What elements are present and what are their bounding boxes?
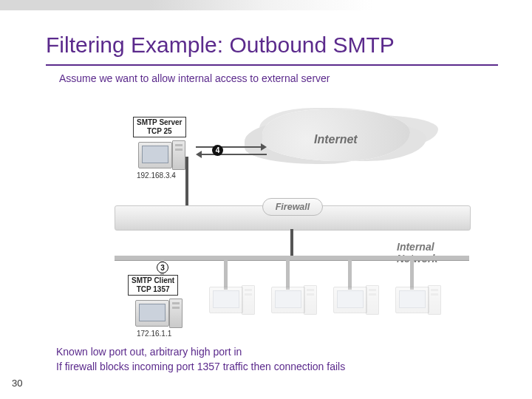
- ghost-pc-4-icon: [333, 287, 367, 313]
- server-label-line1: SMTP Server: [137, 118, 183, 127]
- title-underline: [46, 64, 498, 66]
- slide-title: Filtering Example: Outbound SMTP: [46, 33, 395, 58]
- client-monitor-icon: [135, 300, 169, 327]
- ghost-pc-2-icon: [209, 287, 243, 313]
- footer-line-1: Known low port out, arbitrary high port …: [56, 346, 242, 358]
- server-to-firewall-line: [185, 157, 188, 205]
- slide-subtitle: Assume we want to allow internal access …: [59, 72, 330, 84]
- arrow-head-left-icon: [196, 151, 202, 158]
- client-label-box: SMTP Client TCP 1357: [128, 275, 178, 296]
- client-ip: 172.16.1.1: [137, 330, 171, 338]
- firewall-label: Firewall: [262, 198, 323, 216]
- ghost-tower-2-icon: [242, 285, 255, 315]
- server-label-box: SMTP Server TCP 25: [133, 117, 186, 137]
- arrow-server-to-cloud: [196, 146, 261, 148]
- drop-2: [224, 260, 228, 290]
- server-monitor-icon: [138, 142, 172, 168]
- arrow-cloud-to-server: [202, 154, 267, 155]
- ghost-tower-4-icon: [366, 285, 379, 315]
- marker-client: 3: [157, 262, 168, 273]
- page-number: 30: [12, 378, 22, 389]
- internal-network-label: Internal Network: [397, 241, 469, 265]
- client-label-line2: TCP 1357: [132, 285, 174, 294]
- arrow-head-right-icon: [261, 143, 267, 151]
- ghost-pc-3-icon: [271, 287, 305, 313]
- server-ip: 192.168.3.4: [137, 171, 176, 180]
- server-tower-icon: [172, 140, 185, 170]
- client-label-line1: SMTP Client: [132, 276, 174, 285]
- ghost-tower-3-icon: [304, 285, 317, 315]
- ghost-pc-5-icon: [395, 287, 429, 313]
- firewall-to-net-line: [290, 229, 293, 256]
- drop-3: [286, 260, 290, 290]
- marker-server: 4: [212, 145, 223, 156]
- network-diagram: Internet 4 SMTP Server TCP 25 192.168.3.…: [115, 103, 469, 310]
- internet-label: Internet: [314, 133, 358, 146]
- ghost-tower-5-icon: [428, 285, 441, 315]
- drop-4: [348, 260, 352, 290]
- drop-5: [410, 260, 414, 290]
- slide-top-bar: [0, 0, 532, 10]
- client-tower-icon: [169, 299, 183, 328]
- footer-line-2: If firewall blocks incoming port 1357 tr…: [56, 361, 345, 372]
- server-label-line2: TCP 25: [137, 127, 183, 136]
- internal-network-bus: [115, 256, 469, 261]
